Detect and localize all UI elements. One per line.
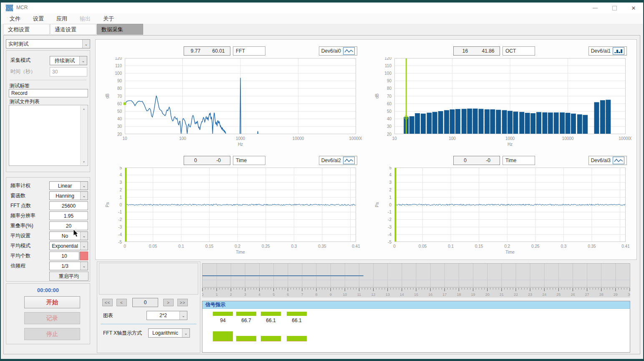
maximize-button[interactable] [605,3,624,13]
svg-text:0.05: 0.05 [149,244,157,249]
menu-output[interactable]: 输出 [73,13,97,24]
chevron-down-icon: ⌄ [80,182,88,190]
chart-panel-Dev6-ai0: 9.7760.01FFTDev6/ai020304050607080901001… [96,45,365,149]
window-function-select[interactable]: Hanning⌄ [49,191,88,200]
chart-layout-label: 图表 [103,311,113,320]
chart-layout-value: 2*2 [147,311,179,320]
average-count-alert-box [80,252,88,260]
acq-mode-select[interactable]: 持续测试 ⌄ [50,56,87,65]
svg-text:-4: -4 [388,232,391,237]
svg-text:0.15: 0.15 [205,244,214,249]
readout-x: 0 [454,156,477,165]
channel-selector[interactable]: Dev6/ai2 [319,156,357,165]
start-button[interactable]: 开始 [24,296,80,308]
close-button[interactable]: ✕ [624,3,643,13]
tab-document-settings[interactable]: 文档设置 [3,24,50,35]
freq-weighting-label: 频率计权 [10,181,30,190]
svg-text:5: 5 [119,167,122,170]
svg-text:0: 0 [119,203,122,207]
nav-first-button[interactable]: << [102,299,113,306]
minimize-button[interactable]: — [586,3,605,13]
octave-select[interactable]: 1/3⌄ [49,262,88,270]
menu-about[interactable]: 关于 [97,13,120,24]
svg-text:-2: -2 [118,217,122,222]
nav-index-value[interactable]: 0 [132,298,158,307]
svg-text:100: 100 [115,71,122,76]
line-chart-icon [343,47,355,55]
scroll-up-icon[interactable]: ▲ [81,106,87,112]
svg-text:110: 110 [115,64,122,68]
svg-text:100: 100 [179,136,186,141]
titlebar: MCR — ✕ [1,3,643,13]
signal-indicator-panel: 信号指示 9466.766.166.1 [202,301,630,353]
scrollbar[interactable]: ▲ ▼ [80,106,87,165]
time-label: 时间（秒） [10,67,35,76]
stop-button[interactable]: 停止 [24,328,80,340]
test-tag-input[interactable]: Record [9,89,88,97]
average-count-input[interactable]: 10 [49,252,79,260]
menu-settings[interactable]: 设置 [27,13,50,24]
signal-panel-title: 信号指示 [202,301,630,309]
channel-selector[interactable]: Dev6/ai3 [588,156,627,165]
svg-text:16: 16 [428,292,432,297]
scroll-down-icon[interactable]: ▼ [81,159,87,165]
channel-selector[interactable]: Dev6/ai1 [588,46,627,56]
window-controls: — ✕ [586,3,643,13]
svg-text:19: 19 [471,292,475,297]
chart-plot[interactable]: 2030405060708090100110120101001000100001… [371,57,631,149]
nav-next-button[interactable]: > [163,299,174,306]
signal-level-meter [261,336,281,341]
freq-weighting-select[interactable]: Linear⌄ [49,181,88,190]
test-mode-select[interactable]: 实时测试 ⌄ [6,39,90,48]
svg-text:50: 50 [117,109,122,114]
menu-application[interactable]: 应用 [50,13,73,24]
acq-mode-value: 持续测试 [50,56,79,65]
chart-plot[interactable]: -5-4-3-2-101234500.050.10.150.20.250.30.… [101,167,362,259]
svg-text:-5: -5 [388,240,391,244]
fft-points-input[interactable]: 25600 [49,201,88,210]
average-mode-select[interactable]: Exponential⌄ [49,242,88,250]
svg-text:0: 0 [202,292,204,297]
record-timeline-scrubber[interactable]: 0123456789101112131415161718192021222324… [202,263,630,297]
restart-average-button[interactable]: 重启平均 [49,272,88,281]
signal-levels: 9466.766.166.1 [202,308,630,352]
channel-selector[interactable]: Dev6/ai0 [319,46,357,56]
app-window: MCR — ✕ 文件设置应用输出关于 文档设置通道设置数据采集 实时测试 ⌄ 采… [0,0,644,361]
divider [10,80,86,80]
tab-channel-settings[interactable]: 通道设置 [50,24,96,35]
chart-panel-Dev6-ai1: 1641.86OCTDev6/ai12030405060708090100110… [366,45,635,149]
signal-channel-1: 66.7 [236,308,256,352]
chart-layout-select[interactable]: 2*2 ⌄ [146,311,187,320]
nav-prev-button[interactable]: < [116,299,127,306]
svg-text:23: 23 [528,292,532,297]
svg-text:3: 3 [244,292,246,297]
fft-xaxis-label: FFT X轴显示方式 [103,329,142,338]
tab-data-acquisition[interactable]: 数据采集 [97,24,143,35]
record-button[interactable]: 记录 [24,312,80,324]
svg-text:60: 60 [387,102,392,106]
chart-plot[interactable]: -5-4-3-2-101234500.050.10.150.20.250.30.… [371,167,631,259]
freq-resolution-input[interactable]: 1.95 [49,211,88,220]
svg-text:0: 0 [393,244,396,249]
chart-type-label: Time [503,156,535,165]
svg-text:4: 4 [389,173,391,177]
test-file-list[interactable]: ▲ ▼ [9,105,88,166]
average-setting-select[interactable]: No⌄ [49,231,88,240]
menu-file[interactable]: 文件 [3,13,27,24]
time-input[interactable]: 30 [50,67,87,76]
nav-last-button[interactable]: >> [177,299,188,306]
svg-text:-4: -4 [118,232,122,237]
channel-label: Dev6/ai3 [591,158,611,163]
chart-type-label: FFT [233,46,265,56]
fft-xaxis-select[interactable]: Logarithmic ⌄ [148,328,190,338]
chart-plot[interactable]: 2030405060708090100110120101001000100001… [101,57,362,149]
svg-text:0: 0 [389,203,391,207]
svg-text:20: 20 [485,292,490,297]
svg-text:1000: 1000 [505,136,515,141]
content-area: 实时测试 ⌄ 采集模式 持续测试 ⌄ 时间（秒） 30 测试标签 Record … [3,35,640,354]
signal-status-bar [236,312,256,316]
menu-bar: 文件设置应用输出关于 [1,13,643,24]
svg-text:100000: 100000 [349,136,362,141]
svg-text:dB: dB [105,94,110,99]
overlap-percent-input[interactable]: 20 [49,221,88,230]
